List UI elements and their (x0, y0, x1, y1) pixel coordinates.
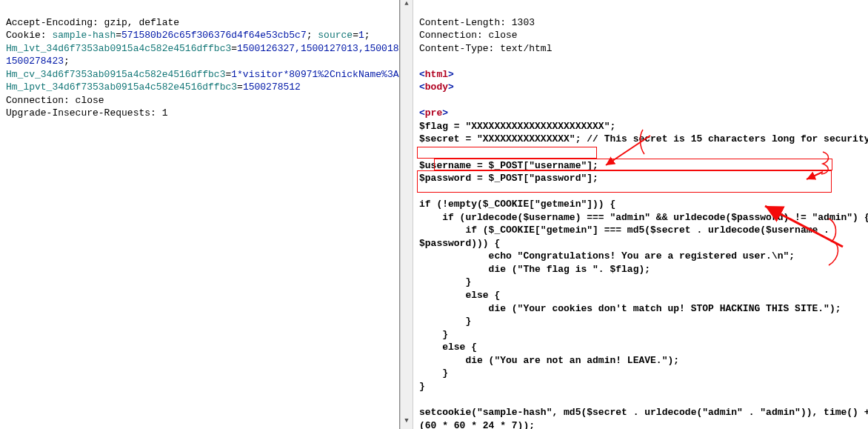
cookie-name: source (318, 30, 353, 41)
scroll-down-icon[interactable]: ▼ (401, 417, 413, 429)
cookie-name: Hm_lvt_34d6f7353ab0915a4c582e4516dffbc3 (6, 43, 231, 54)
response-body-panel[interactable]: Content-Length: 1303 Connection: close C… (413, 0, 868, 429)
code-line: } (419, 381, 425, 392)
pre-tag: pre (425, 107, 442, 119)
sep: ; (64, 56, 70, 67)
code-line: die ("Your cookies don't match up! STOP … (419, 303, 841, 314)
code-line: else { (419, 342, 477, 353)
html-tag: html (425, 69, 448, 80)
code-line: echo "Congratulations! You are a registe… (419, 250, 795, 262)
code-line: if (!empty($_COOKIE["getmein"])) { (419, 199, 615, 210)
header-line: Content-Type: text/html (419, 43, 552, 54)
request-headers-panel[interactable]: Accept-Encoding: gzip, deflate Cookie: s… (0, 0, 400, 429)
sep: ; (364, 30, 370, 41)
body-tag: body (425, 82, 448, 93)
eq: = (116, 30, 121, 41)
cookie-name: Hm_cv_34d6f7353ab0915a4c582e4516dffbc3 (6, 69, 225, 80)
header-line: Connection: close (6, 95, 104, 106)
tag-bracket: > (442, 107, 448, 119)
header-line: Upgrade-Insecure-Requests: 1 (6, 107, 167, 119)
cookie-value: 1500278512 (243, 82, 301, 93)
code-line: $secret = "XXXXXXXXXXXXXXX"; // This sec… (419, 133, 868, 144)
code-line: $password))) { (419, 238, 500, 249)
cookie-value: 571580b26c65f306376d4f64e53cb5c7 (121, 30, 307, 41)
code-line: else { (419, 290, 500, 301)
code-line: if ($_COOKIE["getmein"] === md5($secret … (419, 225, 835, 236)
cookie-name: Hm_lpvt_34d6f7353ab0915a4c582e4516dffbc3 (6, 82, 237, 93)
svg-line-1 (807, 172, 823, 179)
eq: = (237, 82, 243, 93)
tag-bracket: < (419, 107, 425, 119)
code-line: } (419, 329, 448, 340)
code-line: setcookie("sample-hash", md5($secret . u… (419, 407, 868, 418)
header-line: Content-Length: 1303 (419, 17, 535, 28)
tag-bracket: < (419, 82, 425, 93)
code-line: $flag = "XXXXXXXXXXXXXXXXXXXXXXX"; (419, 121, 615, 132)
cookie-name: sample-hash (52, 30, 116, 41)
code-line: } (419, 368, 448, 379)
scrollbar-vertical[interactable]: ▲ ▼ (400, 0, 413, 429)
header-line: Connection: close (419, 30, 518, 41)
cookie-value: 1 (358, 30, 364, 41)
tag-bracket: > (448, 82, 454, 93)
code-line: if (urldecode($username) === "admin" && … (419, 212, 868, 223)
eq: = (231, 43, 237, 54)
cookie-value: 1500126327,1500127013,1500183979, (237, 43, 400, 54)
annotation-arrow-2 (802, 156, 824, 170)
code-line: } (419, 316, 471, 327)
tag-bracket: > (448, 69, 454, 80)
code-line: (60 * 60 * 24 * 7)); (419, 420, 535, 430)
eq: = (353, 30, 358, 41)
code-line: } (419, 276, 471, 287)
sep: ; (307, 30, 318, 41)
cookie-key: Cookie: (6, 30, 52, 41)
code-line: die ("You are not an admin! LEAVE."); (419, 355, 679, 366)
code-line: $password = $_POST["password"]; (419, 173, 598, 184)
header-line: Accept-Encoding: gzip, deflate (6, 17, 179, 28)
annotation-box-1 (417, 147, 597, 159)
cookie-value: 1500278423 (6, 56, 64, 67)
code-line: die ("The flag is ". $flag); (419, 264, 650, 275)
tag-bracket: < (419, 69, 425, 80)
code-line: $username = $_POST["username"]; (419, 160, 598, 171)
scroll-up-icon[interactable]: ▲ (401, 0, 413, 12)
cookie-value: 1*visitor*80971%2CnickName%3A0ne (231, 69, 400, 80)
